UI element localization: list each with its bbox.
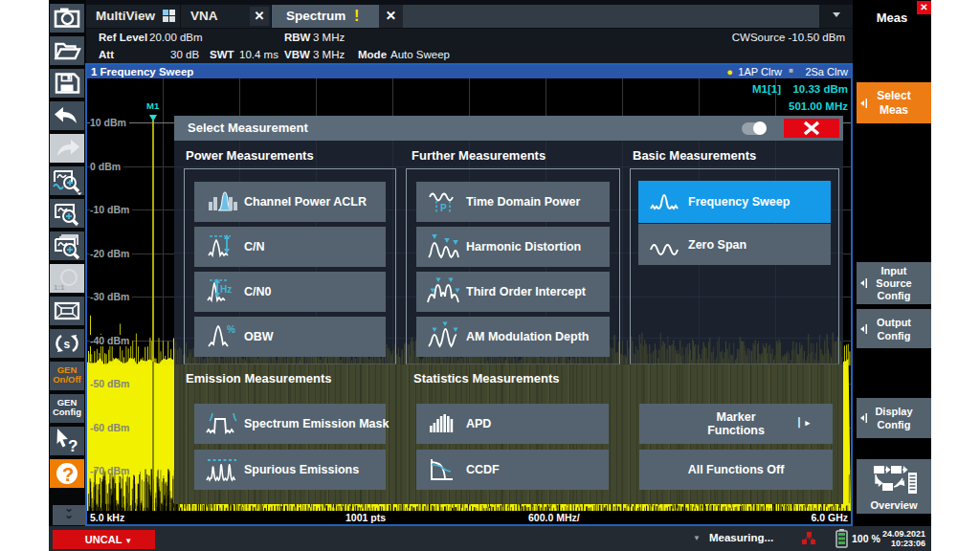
svg-text:?: ?: [68, 437, 78, 455]
svg-text:s: s: [64, 338, 71, 351]
svg-text:Hz: Hz: [220, 284, 232, 295]
svg-text:%: %: [227, 324, 235, 335]
svg-text:?: ?: [62, 464, 74, 485]
svg-text:1:1: 1:1: [54, 283, 65, 292]
svg-text:P: P: [440, 203, 447, 213]
